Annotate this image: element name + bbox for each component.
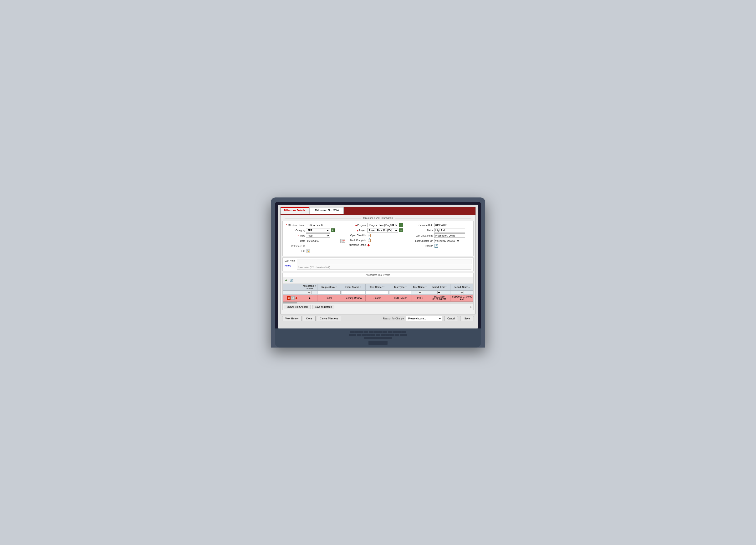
- edit-icon[interactable]: ✏️: [306, 249, 310, 253]
- field-milestone-name: Milestone Name: [286, 223, 345, 227]
- show-field-chooser-button[interactable]: Show Field Chooser: [284, 305, 311, 309]
- form-panel: Milestone Details Milestone No. 6224 Mil…: [280, 207, 476, 314]
- key: [385, 334, 390, 336]
- refresh-table-button[interactable]: 🔄: [289, 278, 294, 282]
- field-category: Category TRR +: [286, 228, 345, 233]
- tab-milestone-no[interactable]: Milestone No. 6224: [310, 207, 344, 215]
- field-type: Type After: [286, 234, 345, 238]
- test-center-filter[interactable]: [366, 291, 388, 294]
- request-no-sort-icon[interactable]: ▼: [335, 286, 337, 288]
- project-add-button[interactable]: +: [399, 229, 403, 232]
- milestone-name-input[interactable]: [306, 223, 345, 227]
- screen-bezel: Milestone Details Milestone No. 6224 Mil…: [275, 202, 481, 328]
- key: [350, 331, 354, 333]
- key: [378, 331, 383, 333]
- field-last-updated-on: Last Updated On: [411, 239, 470, 243]
- reason-for-change-select[interactable]: Please choose... Correction Update Revis…: [406, 316, 442, 321]
- sched-end-sort-icon[interactable]: ▼: [445, 286, 447, 288]
- reference-id-input[interactable]: [306, 244, 345, 248]
- project-select[interactable]: Project Four [Proj004]: [367, 228, 398, 233]
- tab-header: Milestone Details Milestone No. 6224: [281, 207, 475, 215]
- last-updated-on-label: Last Updated On: [411, 240, 433, 242]
- open-checklist-icon[interactable]: 📋: [367, 234, 371, 237]
- test-name-filter[interactable]: [418, 291, 422, 294]
- col-header-milestone-status: Milestone ▼ Status: [302, 284, 317, 290]
- calendar-icon[interactable]: 📅: [342, 239, 345, 243]
- refresh-icon[interactable]: 🔄: [434, 244, 438, 248]
- category-add-button[interactable]: +: [331, 229, 335, 232]
- request-no-filter[interactable]: [318, 291, 341, 294]
- last-note-display: [297, 259, 471, 265]
- key: [373, 331, 378, 333]
- last-updated-by-input: [434, 234, 465, 238]
- field-reference-id: Reference ID: [286, 244, 345, 248]
- edit-row-button[interactable]: ✏: [291, 296, 295, 300]
- event-status-filter[interactable]: [342, 291, 365, 294]
- creation-date-label: Creation Date: [411, 224, 433, 227]
- milestone-status-sort-icon[interactable]: ▼: [314, 285, 316, 287]
- type-select[interactable]: After: [306, 234, 330, 238]
- edit-label: Edit: [286, 250, 305, 253]
- sched-end-filter[interactable]: [437, 291, 441, 294]
- filter-row: [283, 290, 473, 294]
- field-open-checklist: Open Checklist 📋: [348, 234, 407, 237]
- cell-test-name: Test 6: [412, 294, 428, 301]
- add-test-event-button[interactable]: +: [284, 278, 288, 282]
- clone-button[interactable]: Clone: [303, 316, 315, 321]
- save-button[interactable]: Save: [460, 316, 474, 321]
- test-center-sort-icon[interactable]: ▼: [383, 286, 385, 288]
- cell-event-status: Pending Review: [341, 294, 365, 301]
- key: [381, 334, 385, 336]
- save-as-default-button[interactable]: Save as Default: [312, 305, 334, 309]
- milestone-event-section-header: Milestone Event Information: [282, 217, 474, 220]
- cancel-milestone-button[interactable]: Cancel Milestone: [317, 316, 342, 321]
- key: [388, 331, 392, 333]
- cell-sched-start: 6/13/2019 07:00:00 AM: [450, 294, 473, 301]
- cancel-button[interactable]: Cancel: [444, 316, 458, 321]
- info-grid: Milestone Name Category TRR +: [282, 221, 474, 256]
- category-select[interactable]: TRR: [306, 228, 330, 233]
- notes-link[interactable]: Notes: [285, 265, 296, 267]
- view-history-button[interactable]: View History: [282, 316, 301, 321]
- milestone-name-label: Milestone Name: [286, 224, 305, 227]
- key: [383, 331, 387, 333]
- horizontal-scrollbar[interactable]: [283, 301, 473, 303]
- mark-complete-icon[interactable]: 📋: [367, 238, 371, 242]
- cursor-position: 🖱: [470, 305, 472, 308]
- spacebar-key: [364, 337, 392, 339]
- sched-start-sort-icon[interactable]: ▲: [468, 286, 470, 288]
- reason-for-change-label: * Reason for Change: [382, 317, 404, 320]
- table-toolbar: + 🔄: [283, 277, 473, 284]
- left-col: Milestone Name Category TRR +: [285, 223, 347, 254]
- test-name-sort-icon[interactable]: ▼: [425, 286, 427, 288]
- field-edit: Edit ✏️: [286, 249, 345, 253]
- milestone-status-filter[interactable]: [308, 291, 312, 294]
- key: [349, 334, 356, 336]
- col-header-sched-start: Sched. Start ▲: [450, 284, 473, 290]
- notes-input[interactable]: [297, 265, 471, 270]
- tab-red-spacer: [344, 207, 475, 215]
- last-updated-on-input: [434, 239, 470, 243]
- date-label: Date: [286, 240, 305, 242]
- key: [376, 334, 380, 336]
- type-label: Type: [286, 235, 305, 237]
- test-events-section: Associated Test Events + 🔄: [282, 273, 474, 310]
- key: [393, 331, 397, 333]
- test-events-header: Associated Test Events: [283, 273, 473, 277]
- key: [402, 331, 406, 333]
- last-note-label: Last Note:: [285, 260, 296, 262]
- program-select[interactable]: Program Four [Prog004]: [367, 223, 398, 227]
- event-status-sort-icon[interactable]: ▼: [360, 286, 362, 288]
- test-type-filter[interactable]: [390, 291, 411, 294]
- program-add-button[interactable]: +: [399, 223, 403, 227]
- field-last-updated-by: Last Updated By: [411, 234, 470, 238]
- trackpad[interactable]: [368, 340, 388, 345]
- tab-milestone-details[interactable]: Milestone Details: [281, 207, 309, 215]
- test-type-sort-icon[interactable]: ▼: [405, 286, 407, 288]
- sched-start-filter[interactable]: [460, 291, 464, 294]
- test-events-table: Milestone ▼ Status Request N: [283, 284, 473, 301]
- delete-row-button[interactable]: ✕: [287, 296, 291, 300]
- notes-left: Last Note: Notes: [285, 259, 296, 267]
- date-input[interactable]: [306, 239, 341, 243]
- refresh-label: Refresh: [411, 245, 433, 247]
